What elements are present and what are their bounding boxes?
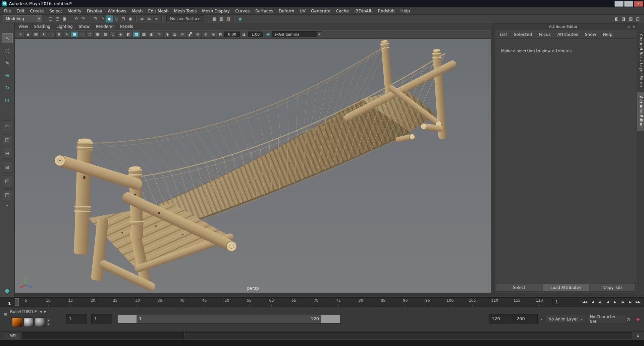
x-ray-icon[interactable]: ⊘ bbox=[210, 31, 217, 38]
default-material-icon[interactable]: ◐ bbox=[148, 31, 155, 38]
shelf-prev-button[interactable]: ◀ bbox=[38, 308, 43, 315]
shelf-scroll-up-icon[interactable]: ▴ bbox=[46, 318, 50, 322]
menu-edit-mesh[interactable]: Edit Mesh bbox=[145, 7, 171, 14]
timeline-tick[interactable]: 65 bbox=[283, 298, 305, 306]
select-button[interactable]: Select bbox=[496, 283, 542, 292]
step-back-frame-button[interactable]: |◀ bbox=[589, 299, 596, 306]
timeline-tick[interactable]: 80 bbox=[350, 298, 372, 306]
timeline-tick[interactable]: 115 bbox=[506, 298, 528, 306]
scale-tool[interactable]: ⊡ bbox=[2, 95, 13, 105]
panel-menu-lighting[interactable]: Lighting bbox=[53, 23, 76, 30]
lasso-tool[interactable]: ◌ bbox=[2, 46, 13, 56]
panel-menu-renderer[interactable]: Renderer bbox=[93, 23, 117, 30]
snap-to-projected-center-icon[interactable]: ◇ bbox=[113, 15, 120, 22]
snap-to-view-plane-icon[interactable]: ⊡ bbox=[120, 15, 127, 22]
field-chart-icon[interactable]: ⊟ bbox=[102, 31, 109, 38]
select-camera-icon[interactable]: ⌖ bbox=[17, 31, 24, 38]
timeline-tick[interactable]: 35 bbox=[149, 298, 171, 306]
more-layouts-button[interactable]: – bbox=[3, 203, 12, 208]
layout-four-pane-button[interactable]: ⊞ bbox=[3, 162, 12, 172]
playhead[interactable] bbox=[15, 298, 19, 306]
playback-end-field[interactable]: 120 bbox=[489, 314, 513, 324]
two-d-pan-zoom-icon[interactable]: ⊕ bbox=[55, 31, 63, 38]
timeline-tick[interactable]: 105 bbox=[461, 298, 484, 306]
shadows-icon[interactable]: ◑ bbox=[163, 31, 171, 38]
screen-space-ao-icon[interactable]: ◒ bbox=[171, 31, 178, 38]
grid-toggle-icon[interactable]: ⊞ bbox=[71, 31, 78, 38]
menu-edit[interactable]: Edit bbox=[14, 7, 27, 14]
timeline-tick[interactable]: 10 bbox=[37, 298, 60, 306]
layout-three-split-button[interactable]: ◰ bbox=[3, 176, 12, 186]
camera-attributes-icon[interactable]: ▤ bbox=[32, 31, 40, 38]
open-scene-icon[interactable]: ◳ bbox=[54, 15, 61, 22]
copy-tab-button[interactable]: Copy Tab bbox=[590, 283, 636, 292]
snap-to-grid-icon[interactable]: ⊞ bbox=[92, 15, 99, 22]
make-live-icon[interactable]: ◉ bbox=[127, 15, 134, 22]
toggle-channel-box-icon[interactable]: ◫ bbox=[634, 15, 641, 22]
rotate-tool[interactable]: ↻ bbox=[2, 83, 13, 93]
construction-history-icon[interactable]: ≈ bbox=[153, 15, 160, 22]
maximize-button[interactable]: ▢ bbox=[624, 1, 633, 7]
panel-menu-shading[interactable]: Shading bbox=[31, 23, 53, 30]
shelf-menu-icon[interactable]: ≡ bbox=[3, 311, 7, 317]
menu-redshift[interactable]: Redshift bbox=[375, 7, 398, 14]
menu-mesh-tools[interactable]: Mesh Tools bbox=[171, 7, 200, 14]
layout-single-pane-button[interactable]: ▭ bbox=[3, 120, 12, 131]
menu-windows[interactable]: Windows bbox=[105, 7, 129, 14]
menu-deform[interactable]: Deform bbox=[276, 7, 297, 14]
bookmark-icon[interactable]: ★ bbox=[40, 31, 47, 38]
command-line-input[interactable] bbox=[22, 332, 184, 339]
menu-select[interactable]: Select bbox=[47, 7, 65, 14]
panel-menu-show[interactable]: Show bbox=[76, 23, 93, 30]
film-gate-icon[interactable]: ▭ bbox=[78, 31, 86, 38]
float-panel-icon[interactable]: ▫ bbox=[626, 25, 631, 29]
current-frame-field[interactable]: 1 bbox=[552, 299, 578, 305]
image-plane-icon[interactable]: ▭ bbox=[48, 31, 55, 38]
timeline-tick[interactable]: 70 bbox=[305, 298, 327, 306]
render-current-frame-icon[interactable]: ▦ bbox=[211, 15, 218, 22]
timeline-tick[interactable]: 85 bbox=[372, 298, 394, 306]
gate-mask-icon[interactable]: ▣ bbox=[94, 31, 101, 38]
menu-uv[interactable]: UV bbox=[297, 7, 308, 14]
timeline-tick[interactable]: 25 bbox=[104, 298, 126, 306]
snap-to-point-icon[interactable]: ◆ bbox=[106, 15, 113, 22]
shelf-tab-turtle[interactable]: TURTLE bbox=[22, 309, 37, 314]
shelf-next-button[interactable]: ▶ bbox=[43, 308, 48, 315]
gamma-toggle-icon[interactable]: ◪ bbox=[241, 32, 247, 37]
motion-blur-icon[interactable]: ≋ bbox=[179, 31, 186, 38]
panel-menu-view[interactable]: View bbox=[15, 23, 31, 30]
timeline-tick[interactable]: 50 bbox=[216, 298, 238, 306]
play-backwards-button[interactable]: ◀ bbox=[604, 299, 611, 306]
menu-mesh[interactable]: Mesh bbox=[129, 7, 146, 14]
menu-set-selector[interactable]: Modeling ▾ bbox=[3, 15, 42, 22]
colorspace-dropdown[interactable]: sRGB gamma ▾ bbox=[272, 31, 322, 37]
viewport-3d[interactable]: persp bbox=[15, 38, 491, 293]
tab-attribute-editor[interactable]: Attribute Editor bbox=[637, 92, 644, 132]
script-editor-icon[interactable]: ≣ bbox=[634, 332, 642, 339]
ae-menu-show[interactable]: Show bbox=[581, 32, 599, 37]
attribute-editor-header[interactable]: Attribute Editor ▫ ✕ bbox=[495, 23, 637, 30]
layout-persp-outliner-button[interactable]: ◫ bbox=[3, 134, 12, 145]
shelf-scroll-down-icon[interactable]: ▾ bbox=[46, 322, 50, 326]
menu-mesh-display[interactable]: Mesh Display bbox=[199, 7, 232, 14]
safe-action-icon[interactable]: ◇ bbox=[109, 31, 117, 38]
menu-generate[interactable]: Generate bbox=[308, 7, 333, 14]
input-connections-icon[interactable]: ⇄ bbox=[139, 15, 146, 22]
timeline-tick[interactable]: 60 bbox=[260, 298, 283, 306]
shelf-tab-bullet[interactable]: Bullet bbox=[10, 309, 22, 314]
select-tool[interactable]: ↖ bbox=[2, 33, 13, 43]
ae-menu-attributes[interactable]: Attributes bbox=[554, 32, 582, 37]
ae-menu-selected[interactable]: Selected bbox=[511, 32, 535, 37]
panel-menu-panels[interactable]: Panels bbox=[117, 23, 136, 30]
render-settings-icon[interactable]: ▤ bbox=[225, 15, 232, 22]
range-start-handle[interactable] bbox=[118, 315, 137, 323]
grease-pencil-icon[interactable]: ✎ bbox=[63, 31, 70, 38]
paint-effects-icon[interactable]: ◉ bbox=[236, 15, 244, 22]
timeline-tick[interactable]: 15 bbox=[59, 298, 82, 306]
exposure-field[interactable]: 0.00 bbox=[224, 32, 240, 37]
gamma-field[interactable]: 1.00 bbox=[248, 32, 263, 37]
range-end-handle[interactable] bbox=[321, 315, 340, 323]
toggle-attribute-editor-icon[interactable]: ◨ bbox=[620, 15, 627, 22]
chevron-down-icon[interactable]: ▾ bbox=[538, 315, 544, 324]
playback-start-field[interactable]: 1 bbox=[91, 314, 112, 324]
